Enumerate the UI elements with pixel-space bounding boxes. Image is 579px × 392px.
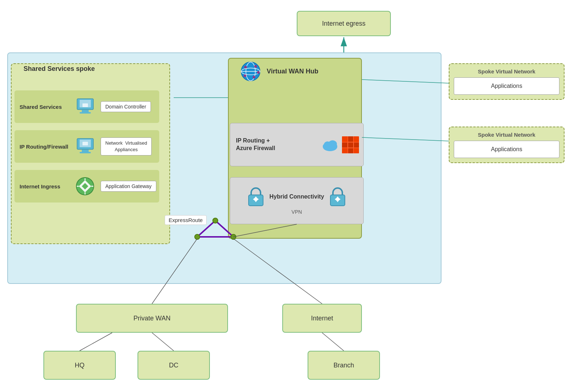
diagram-root: Internet egress Shared Services spoke Sh… [0,0,579,392]
svg-point-23 [257,71,259,74]
svg-point-25 [244,74,246,77]
svg-line-69 [322,333,344,351]
domain-controller-box: Domain Controller [101,101,151,112]
shared-services-spoke-title: Shared Services spoke [24,65,95,73]
vwan-hub-title-row: Virtual WAN Hub [239,60,318,83]
spoke-vnet-2-title: Spoke Virtual Network [454,132,559,138]
svg-point-58 [231,234,236,239]
ip-routing-azure-firewall-label: IP Routing +Azure Firewall [230,137,321,152]
spoke-vnet-2: Spoke Virtual Network Applications [449,127,565,163]
lock-icon-2 [329,187,347,207]
diamond-icon [72,174,98,199]
svg-rect-4 [83,103,88,107]
firewall-icon [341,135,360,155]
svg-point-57 [213,218,218,223]
shared-services-label: Shared Services [14,104,72,110]
svg-rect-38 [354,148,359,153]
svg-point-56 [195,234,200,239]
service-row-ip-routing: IP Routing/Firewall Network VirtualisedA… [14,130,159,163]
svg-rect-2 [82,110,89,112]
svg-point-22 [254,65,257,68]
internet-bottom-box: Internet [282,304,362,333]
svg-rect-3 [80,112,91,114]
computer-icon-1 [72,94,98,119]
svg-line-67 [80,333,112,351]
svg-rect-37 [342,148,348,153]
network-virtualised-box: Network VirtualisedAppliances [101,137,152,155]
hybrid-inner: Hybrid Connectivity [247,187,346,207]
branch-box: Branch [308,351,380,380]
private-wan-box: Private WAN [76,304,228,333]
spoke-vnet-1-app: Applications [454,77,559,95]
internet-egress-box: Internet egress [297,11,391,36]
hybrid-connectivity-box: Hybrid Connectivity VPN [230,177,364,224]
svg-point-29 [323,142,337,150]
globe-icon [239,60,262,83]
service-row-internet-ingress: Internet Ingress Application Gateway [14,170,159,203]
svg-rect-8 [80,152,91,153]
svg-rect-35 [342,136,348,142]
triangle-connector [192,217,239,242]
ip-routing-label: IP Routing/Firewall [14,144,72,150]
dc-box: DC [138,351,210,380]
vpn-label: VPN [292,209,302,215]
svg-point-24 [253,76,255,78]
svg-point-21 [244,66,247,68]
ip-routing-azure-firewall-box: IP Routing +Azure Firewall [230,123,364,166]
spoke-vnet-1-title: Spoke Virtual Network [454,68,559,74]
hybrid-text: Hybrid Connectivity [269,193,324,200]
lock-icon-1 [247,187,265,207]
svg-rect-36 [354,136,359,142]
spoke-vnet-1: Spoke Virtual Network Applications [449,63,565,100]
hq-box: HQ [43,351,116,380]
internet-egress-label: Internet egress [322,20,365,27]
computer-icon-2 [72,134,98,159]
vwan-hub-title: Virtual WAN Hub [267,68,318,75]
svg-rect-9 [83,142,88,145]
application-gateway-box: Application Gateway [101,181,156,192]
service-row-shared-services: Shared Services Domain Controller [14,90,159,123]
svg-line-68 [152,333,174,351]
cloud-icon [321,137,339,153]
svg-rect-7 [82,150,89,152]
internet-ingress-label: Internet Ingress [14,183,72,189]
spoke-vnet-2-app: Applications [454,141,559,158]
